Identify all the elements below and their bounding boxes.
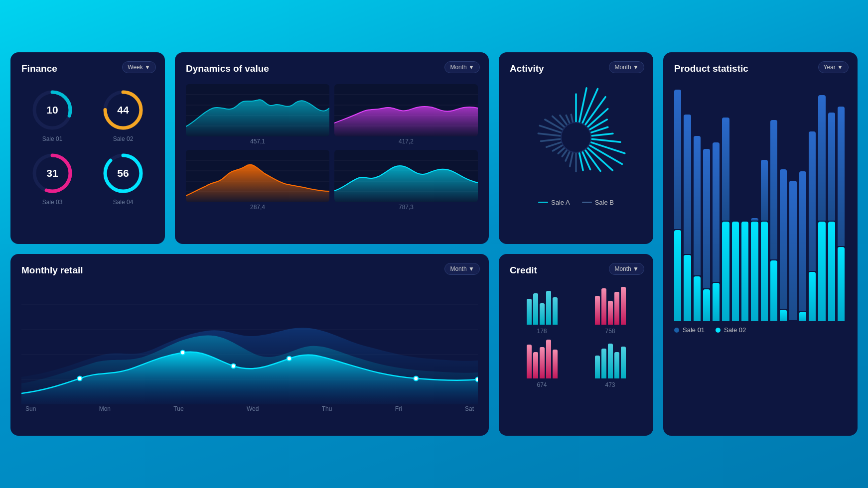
product-bar-group [761,160,768,321]
svg-line-53 [571,115,573,122]
monthly-x-axis: Sun Mon Tue Wed Thu Fri Sat [21,405,478,412]
product-bar-group [694,136,701,321]
credit-val-2: 758 [605,328,615,335]
product-bar-dark [761,160,768,221]
svg-line-33 [591,142,624,153]
credit-bar [527,299,532,325]
svg-point-59 [77,376,82,381]
credit-bar [553,297,558,325]
product-bar-light [809,272,816,321]
dyn-val-4: 787,3 [334,204,478,211]
sale02-circle: 44 [101,88,145,132]
credit-val-3: 674 [537,381,547,388]
activity-legend: Sale A Sale B [538,199,614,206]
credit-bar [601,349,606,378]
monthly-badge[interactable]: Month ▼ [444,263,480,275]
credit-val-1: 178 [537,328,547,335]
product-bar-dark [770,120,777,259]
product-bar-group [770,120,777,321]
sale03-circle: 31 [30,151,74,195]
product-bar-light [741,222,748,321]
product-badge[interactable]: Year ▼ [818,61,849,73]
credit-bars-1 [527,285,558,325]
credit-section-3: 674 [510,339,574,388]
credit-bars-2 [595,285,626,325]
credit-bar [595,356,600,378]
product-bar-group [799,171,806,321]
product-bar-group [732,221,739,321]
product-bar-light [818,222,825,321]
sale02-label: Sale 02 [113,135,134,142]
product-bar-group [722,118,729,321]
svg-line-42 [562,150,567,156]
svg-line-45 [547,142,561,147]
credit-bar [608,301,613,325]
credit-card: Credit Month ▼ 178 [499,254,653,436]
product-bar-group [809,131,816,321]
svg-line-47 [538,133,560,136]
svg-line-43 [558,148,564,153]
product-bar-light [684,255,691,321]
dynamics-badge[interactable]: Month ▼ [444,61,480,73]
svg-point-54 [561,122,591,152]
product-bar-group [751,218,758,321]
product-bar-group [674,90,681,321]
dyn-val-2: 417,2 [334,138,478,145]
product-bar-light [713,283,720,321]
credit-bar [614,352,619,378]
svg-line-31 [592,133,613,135]
svg-point-61 [231,364,236,368]
dyn-chart-2: 417,2 [334,84,478,145]
product-bar-dark [674,90,681,229]
product-bar-light [732,222,739,321]
product-bar-group [713,142,720,321]
credit-title: Credit [510,265,537,275]
dynamics-title: Dynamics of value [186,63,269,74]
sale04-item: 56 Sale 04 [92,151,154,206]
legend-saleA: Sale A [538,199,570,206]
finance-card: Finance Week ▼ 10 Sale 01 [10,52,165,244]
credit-bar [540,303,545,325]
activity-title: Activity [510,63,544,74]
credit-bars-4 [595,339,626,378]
sale01-value: 10 [46,104,58,116]
prod-legend-1: Sale 01 [674,326,705,334]
credit-bar [527,345,532,378]
finance-title: Finance [21,63,57,74]
product-bar-light [780,310,787,321]
credit-badge[interactable]: Month ▼ [609,263,644,275]
product-bar-light [828,222,835,321]
product-bar-dark [703,149,710,288]
product-bar-dark [684,115,691,254]
credit-bar [614,292,619,325]
sale01-circle: 10 [30,88,74,132]
activity-card: Activity Month ▼ Sale A Sale B [499,52,653,244]
svg-point-64 [475,377,478,382]
product-bar-light [761,222,768,321]
product-bar-dark [751,218,758,221]
product-bar-dark [789,181,796,320]
svg-line-32 [592,139,620,142]
credit-section-1: 178 [510,285,574,335]
product-bar-group [684,115,691,321]
credit-bar [608,344,613,378]
credit-bar [533,293,538,325]
product-bar-dark [713,142,720,282]
product-bar-group [703,149,710,321]
product-legend: Sale 01 Sale 02 [674,326,847,334]
credit-grid: 178 758 67 [510,285,642,388]
sale04-circle: 56 [101,151,145,195]
credit-section-4: 473 [578,339,642,388]
product-bar-dark [828,113,835,221]
activity-badge[interactable]: Month ▼ [609,61,644,73]
svg-line-52 [566,116,570,123]
sale03-value: 31 [46,167,58,179]
svg-point-60 [180,351,185,355]
credit-val-4: 473 [605,381,615,388]
dyn-val-3: 287,4 [186,204,329,211]
finance-badge[interactable]: Week ▼ [122,61,156,73]
monthly-chart-container [21,280,478,404]
product-bar-light [694,276,701,321]
credit-bar [546,291,551,325]
sale02-item: 44 Sale 02 [92,88,154,142]
